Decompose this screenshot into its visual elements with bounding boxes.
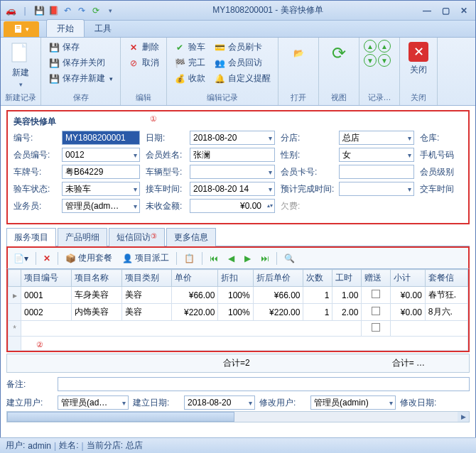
col-name[interactable]: 项目名称	[71, 270, 121, 287]
tb-new-icon[interactable]: 📄▾	[11, 252, 31, 265]
label-plate: 车牌号:	[13, 166, 62, 178]
group-save-label: 保存	[45, 92, 116, 104]
svg-rect-1	[16, 26, 20, 27]
label-warehouse: 仓库:	[414, 132, 457, 144]
col-no[interactable]: 项目编号	[21, 270, 72, 287]
input-member-no[interactable]: 0012	[62, 148, 140, 162]
tab-product[interactable]: 产品明细	[58, 228, 107, 246]
minimize-button[interactable]: —	[420, 6, 434, 16]
gift-checkbox[interactable]	[362, 287, 391, 304]
maximize-button[interactable]: ▢	[438, 6, 453, 16]
col-dprice[interactable]: 折后单价	[253, 270, 303, 287]
complete-button[interactable]: 🏁完工	[171, 55, 208, 70]
col-pkg[interactable]: 套餐信	[425, 270, 467, 287]
input-create-user[interactable]: 管理员(ad…	[58, 395, 129, 410]
input-member-card[interactable]	[339, 165, 414, 179]
tb-assign[interactable]: 👤项目派工	[119, 251, 172, 266]
new-row-indicator: *	[9, 321, 21, 337]
tab-service[interactable]: 服务项目	[6, 228, 56, 246]
tb-prev-icon[interactable]: ◀	[225, 252, 237, 265]
col-times[interactable]: 次数	[303, 270, 332, 287]
input-check-status[interactable]: 未验车	[62, 182, 140, 196]
group-record-label: 编辑记录	[171, 92, 274, 104]
input-no[interactable]: MY1808200001	[62, 131, 140, 145]
input-member-name[interactable]: 张澜	[190, 148, 275, 162]
scroll-right-icon[interactable]: ▶	[458, 412, 469, 422]
save-close-button[interactable]: 💾保存并关闭	[45, 55, 116, 70]
table-row[interactable]: 0002 内饰美容 美容 ¥220.00 100% ¥220.00 1 2.00…	[9, 304, 468, 321]
custom-remind-button[interactable]: 🔔自定义提醒	[211, 71, 274, 86]
tab-start[interactable]: 开始	[46, 19, 85, 37]
col-cat[interactable]: 项目类别	[121, 270, 172, 287]
input-unpaid[interactable]: ¥0.00	[190, 199, 275, 213]
cancel-button[interactable]: ⊘取消	[125, 55, 162, 70]
close-rec-button[interactable]: ✕关闭	[404, 40, 433, 78]
input-branch[interactable]: 总店	[339, 131, 414, 145]
tb-next-icon[interactable]: ▶	[242, 252, 254, 265]
collect-button[interactable]: 💰收款	[171, 71, 208, 86]
refresh-icon[interactable]: ⟳	[90, 5, 102, 16]
tb-delete-icon[interactable]: ✕	[40, 252, 53, 265]
table-row[interactable]: ▸ 0001 车身美容 美容 ¥66.00 100% ¥66.00 1 1.00…	[9, 287, 468, 304]
input-create-date[interactable]: 2018-08-20	[184, 395, 255, 410]
gift-checkbox[interactable]	[362, 321, 391, 337]
service-grid[interactable]: 项目编号 项目名称 项目类别 单价 折扣 折后单价 次数 工时 赠送 小计 套餐…	[8, 269, 468, 351]
tb-filter-icon[interactable]: 🔍	[281, 252, 298, 265]
new-button[interactable]: 新建 ▾	[5, 40, 36, 90]
tb-first-icon[interactable]: ⏮	[207, 252, 221, 265]
row-indicator: ▸	[9, 287, 21, 304]
redo-icon[interactable]: ↷	[76, 5, 87, 16]
audit-row: 建立用户: 管理员(ad… 建立日期: 2018-08-20 修改用户: 管理员…	[6, 395, 470, 410]
member-card-button[interactable]: 💳会员刷卡	[211, 40, 274, 55]
save-icon[interactable]: 💾	[33, 5, 45, 16]
col-price[interactable]: 单价	[172, 270, 218, 287]
input-receive-time[interactable]: 2018-08-20 14	[190, 182, 275, 196]
tb-copy-icon[interactable]: 📋	[181, 252, 198, 265]
col-subtotal[interactable]: 小计	[391, 270, 425, 287]
h-scrollbar[interactable]: ◀ ▶	[6, 411, 470, 422]
chevron-down-icon: ▾	[19, 81, 23, 88]
new-row[interactable]: *	[9, 321, 468, 337]
input-date[interactable]: 2018-08-20	[190, 131, 275, 145]
input-plate[interactable]: 粤B64229	[62, 165, 140, 179]
close-button[interactable]: ✕	[457, 6, 471, 16]
col-gift[interactable]: 赠送	[362, 270, 391, 287]
nav-first-icon[interactable]: ▲	[364, 40, 377, 53]
save-new-button[interactable]: 💾保存并新建▾	[45, 71, 116, 86]
delete-button[interactable]: ✕删除	[125, 40, 162, 55]
input-model[interactable]	[190, 165, 275, 179]
open-button[interactable]: 📂	[283, 40, 314, 77]
input-gender[interactable]: 女	[339, 148, 414, 162]
tb-last-icon[interactable]: ⏭	[258, 252, 272, 265]
annotation-1: ①	[150, 114, 157, 124]
flag-icon: 🏁	[174, 58, 185, 69]
view-button[interactable]: ⟳	[323, 40, 355, 77]
input-remark[interactable]	[58, 377, 470, 391]
nav-prev-icon[interactable]: ▲	[378, 40, 391, 53]
gift-checkbox[interactable]	[362, 304, 391, 321]
nav-last-icon[interactable]: ▼	[378, 54, 391, 67]
undo-icon[interactable]: ↶	[62, 5, 73, 16]
disk-icon: 💾	[48, 42, 60, 53]
tab-more[interactable]: 更多信息	[166, 228, 216, 246]
app-menu-button[interactable]: ▾	[4, 21, 39, 37]
tab-tools[interactable]: 工具	[85, 20, 121, 37]
input-expect-time[interactable]	[339, 182, 414, 196]
qat-dropdown-icon[interactable]: ▾	[104, 5, 116, 16]
group-new: 新建 ▾ 新建记录	[1, 38, 41, 105]
nav-next-icon[interactable]: ▼	[364, 54, 377, 67]
col-hours[interactable]: 工时	[332, 270, 362, 287]
scroll-thumb[interactable]	[7, 412, 234, 422]
group-nav: ▲ ▲ ▼ ▼ 记录…	[359, 38, 400, 105]
tab-sms[interactable]: 短信回访③	[109, 228, 165, 246]
save-close-icon[interactable]: 📕	[48, 5, 59, 16]
check-button[interactable]: ✔验车	[171, 40, 208, 55]
member-visit-button[interactable]: 👥会员回访	[211, 55, 274, 70]
status-name-label: 姓名:	[59, 440, 78, 452]
cancel-icon: ⊘	[128, 58, 139, 69]
save-button[interactable]: 💾保存	[45, 40, 116, 55]
input-salesman[interactable]: 管理员(adm…	[62, 199, 140, 213]
input-mod-user[interactable]: 管理员(admin)	[310, 395, 396, 410]
col-disc[interactable]: 折扣	[218, 270, 253, 287]
tb-use-pkg[interactable]: 📦使用套餐	[63, 251, 115, 266]
